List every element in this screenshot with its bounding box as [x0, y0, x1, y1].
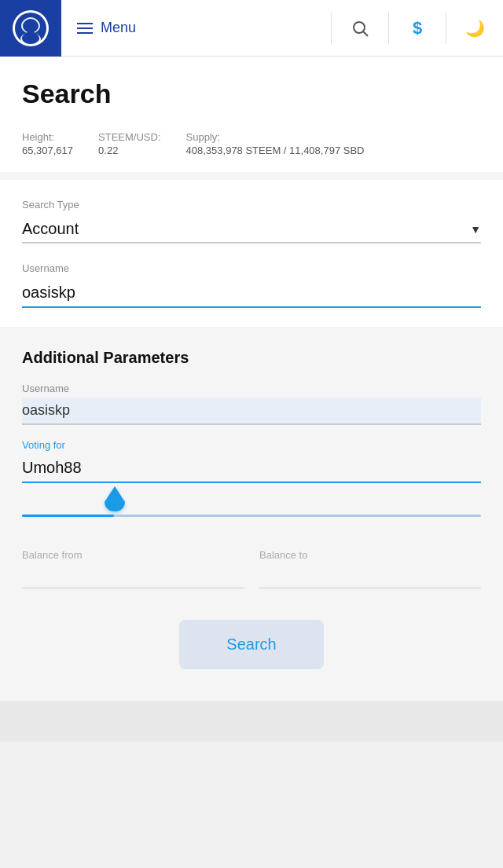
search-type-field: Search Type Account Transaction Block Wi… [22, 199, 481, 244]
search-button-area: Search [0, 588, 503, 701]
menu-area[interactable]: Menu [61, 20, 331, 36]
param-username-input[interactable] [22, 397, 481, 425]
height-label: Height: [22, 131, 73, 143]
param-username-field: Username [22, 383, 481, 425]
steem-usd-label: STEEM/USD: [98, 131, 160, 143]
page-title-area: Search [0, 57, 503, 125]
steem-usd-stat: STEEM/USD: 0.22 [98, 131, 160, 156]
height-stat: Height: 65,307,617 [22, 131, 73, 156]
search-header-button[interactable] [332, 0, 388, 57]
stats-bar: Height: 65,307,617 STEEM/USD: 0.22 Suppl… [0, 125, 503, 172]
search-type-select[interactable]: Account Transaction Block Witness [22, 215, 481, 244]
dollar-button[interactable]: $ [389, 0, 446, 57]
slider-wrapper [22, 483, 481, 533]
height-value: 65,307,617 [22, 145, 73, 156]
username-label: Username [22, 262, 481, 274]
additional-params-section: Username Voting for Balance from [0, 383, 503, 588]
dollar-icon: $ [413, 18, 422, 38]
logo-box [0, 0, 61, 57]
svg-point-1 [354, 22, 365, 33]
voting-for-input[interactable] [22, 454, 481, 483]
footer-bar [0, 701, 503, 742]
voting-for-field: Voting for [22, 439, 481, 483]
menu-label: Menu [101, 20, 136, 36]
balance-from-label: Balance from [22, 549, 244, 561]
balance-to-input[interactable] [259, 564, 481, 588]
header: Menu $ 🌙 [0, 0, 503, 57]
supply-stat: Supply: 408,353,978 STEEM / 11,408,797 S… [186, 131, 365, 156]
search-form-section: Search Type Account Transaction Block Wi… [0, 180, 503, 327]
moon-icon: 🌙 [465, 19, 485, 38]
username-field: Username [22, 262, 481, 308]
main-content: Search Height: 65,307,617 STEEM/USD: 0.2… [0, 57, 503, 701]
search-type-wrapper: Account Transaction Block Witness ▼ [22, 215, 481, 244]
page-title: Search [22, 79, 481, 109]
balance-from-field: Balance from [22, 549, 244, 588]
voting-for-label: Voting for [22, 439, 481, 451]
supply-value: 408,353,978 STEEM / 11,408,797 SBD [186, 145, 365, 156]
param-username-label: Username [22, 383, 481, 394]
hamburger-icon [77, 23, 93, 34]
svg-line-2 [364, 31, 369, 36]
balance-row: Balance from Balance to [22, 549, 481, 588]
username-input[interactable] [22, 279, 481, 308]
balance-to-label: Balance to [259, 549, 481, 561]
additional-params-title: Additional Parameters [22, 349, 481, 367]
additional-params-title-area: Additional Parameters [0, 327, 503, 367]
search-icon [351, 19, 369, 38]
steem-usd-value: 0.22 [98, 145, 160, 156]
balance-from-input[interactable] [22, 564, 244, 588]
search-type-label: Search Type [22, 199, 481, 211]
search-button[interactable]: Search [179, 620, 323, 669]
supply-label: Supply: [186, 131, 365, 143]
dark-mode-button[interactable]: 🌙 [446, 0, 503, 57]
balance-to-field: Balance to [259, 549, 481, 588]
steem-logo-icon [13, 11, 48, 46]
logo-circle [13, 10, 49, 46]
